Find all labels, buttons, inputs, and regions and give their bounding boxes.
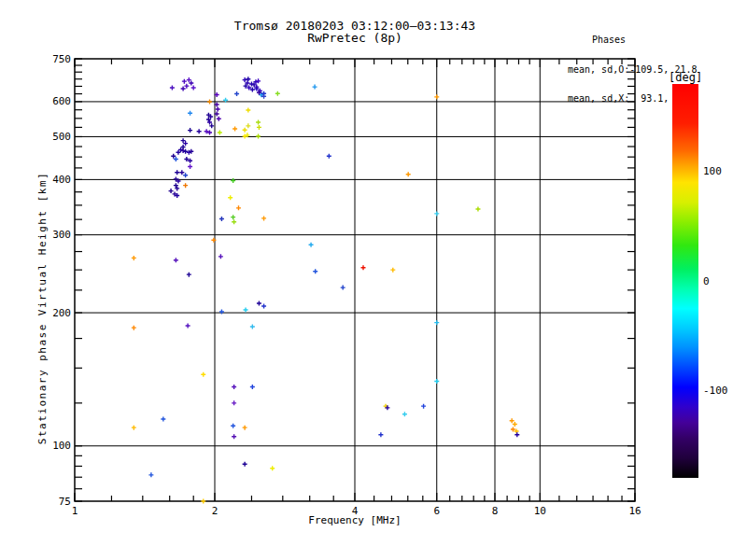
y-tick-label: 200 <box>30 307 71 319</box>
data-point <box>148 472 153 477</box>
data-point <box>390 268 395 273</box>
x-tick-label: 10 <box>512 505 568 517</box>
data-point <box>434 211 439 216</box>
data-point <box>257 301 261 306</box>
data-point <box>402 412 407 416</box>
y-tick-label: 300 <box>30 229 71 241</box>
data-point <box>234 91 239 96</box>
data-point <box>188 164 192 169</box>
data-point <box>261 304 266 309</box>
data-point <box>232 400 236 405</box>
data-point <box>270 466 275 470</box>
y-tick-label: 75 <box>30 496 71 508</box>
x-tick-label: 2 <box>187 505 243 517</box>
data-point <box>243 77 247 82</box>
data-point <box>236 205 241 210</box>
data-point <box>188 128 192 133</box>
data-point <box>188 111 192 116</box>
data-point <box>256 78 261 83</box>
data-point <box>174 157 178 161</box>
data-point <box>181 138 186 143</box>
data-point <box>218 130 222 134</box>
data-point <box>244 308 248 313</box>
data-point <box>174 258 178 262</box>
data-point <box>231 178 235 183</box>
data-point <box>201 499 205 504</box>
data-point <box>231 424 235 428</box>
data-point <box>132 256 136 260</box>
y-tick-label: 600 <box>30 95 71 107</box>
data-point <box>207 99 212 104</box>
x-tick-label: 16 <box>607 505 663 517</box>
data-point <box>233 126 237 131</box>
data-point <box>132 426 136 430</box>
data-point <box>184 84 189 89</box>
gridlines <box>75 59 635 501</box>
data-point <box>232 219 236 224</box>
data-point <box>261 216 266 220</box>
data-point <box>513 422 517 427</box>
colorbar-tick-label: 0 <box>703 275 710 287</box>
data-point <box>218 254 223 259</box>
data-point <box>341 286 345 290</box>
data-point <box>510 418 514 423</box>
y-tick-label: 100 <box>30 440 71 452</box>
data-point <box>191 86 196 91</box>
data-point <box>313 85 317 90</box>
data-point <box>219 217 224 221</box>
data-point <box>217 117 221 121</box>
colorbar-tick-label: 100 <box>703 165 722 177</box>
data-point <box>216 106 220 111</box>
data-point <box>183 183 188 188</box>
data-point <box>250 325 255 329</box>
data-point <box>421 404 426 409</box>
data-point <box>169 189 174 193</box>
data-point <box>257 125 261 130</box>
ionogram-figure: Tromsø 20180203 03:12:00–03:13:43 RwPret… <box>0 0 747 560</box>
data-point <box>183 141 188 146</box>
data-point <box>197 129 202 133</box>
data-point <box>243 426 247 430</box>
data-point <box>378 432 383 437</box>
data-point <box>434 94 439 99</box>
colorbar <box>672 84 698 478</box>
data-point <box>434 379 439 384</box>
data-point <box>179 170 184 175</box>
data-point <box>161 417 165 422</box>
data-point <box>249 81 254 86</box>
data-point <box>187 273 191 277</box>
data-point <box>183 173 188 177</box>
data-point <box>246 108 250 113</box>
data-point <box>256 134 261 139</box>
data-point <box>170 86 175 91</box>
data-point <box>186 323 190 328</box>
data-point <box>181 148 186 153</box>
data-point <box>231 215 235 219</box>
data-point <box>132 326 136 330</box>
data-point <box>275 91 280 96</box>
data-point <box>250 385 255 389</box>
data-point <box>232 385 236 389</box>
colorbar-tick-label: -100 <box>703 385 728 397</box>
data-point <box>171 154 176 159</box>
data-point <box>182 79 187 84</box>
x-tick-label: 4 <box>327 505 383 517</box>
x-tick-label: 6 <box>409 505 465 517</box>
y-tick-label: 500 <box>30 131 71 143</box>
data-point <box>434 320 439 325</box>
data-point <box>228 195 233 200</box>
data-point <box>175 170 179 175</box>
data-point <box>211 238 216 243</box>
data-point <box>219 310 224 315</box>
data-point <box>313 269 317 273</box>
data-point <box>232 434 236 439</box>
data-point <box>181 87 186 91</box>
data-point <box>243 462 247 467</box>
data-point <box>246 77 250 81</box>
y-tick-label: 750 <box>30 53 71 65</box>
data-point <box>406 172 411 176</box>
data-point <box>178 147 183 152</box>
data-point <box>514 432 519 437</box>
y-tick-label: 400 <box>30 174 71 186</box>
phase-stats-header: Phases <box>568 35 697 46</box>
